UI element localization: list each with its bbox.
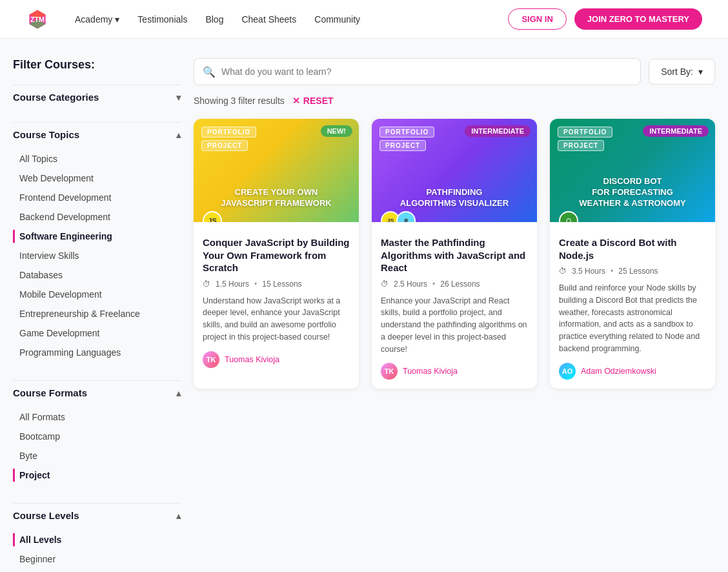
nav-actions: SIGN IN JOIN ZERO TO MASTERY <box>508 8 702 30</box>
card-desc-1: Understand how JavaScript works at a dee… <box>203 295 350 343</box>
course-topics-header[interactable]: Course Topics ▴ <box>13 122 181 147</box>
search-container: 🔍 <box>194 58 641 85</box>
card-body-1: Conquer JavaScript by Building Your Own … <box>194 222 359 377</box>
search-icon: 🔍 <box>203 66 216 78</box>
project-tag: PROJECT <box>558 140 604 151</box>
reset-button[interactable]: ✕ RESET <box>292 96 334 106</box>
author-name-2: Tuomas Kivioja <box>403 367 458 376</box>
logo[interactable]: ZTM <box>26 8 49 31</box>
card-title-overlay-3: DISCORD BOTFOR FORECASTINGWEATHER & ASTR… <box>550 176 715 209</box>
format-project[interactable]: Project <box>13 465 181 485</box>
card-author-2: TK Tuomas Kivioja <box>381 363 528 380</box>
portfolio-tag: PORTFOLIO <box>201 127 256 138</box>
course-formats-section: Course Formats ▴ All Formats Bootcamp By… <box>13 380 181 490</box>
course-topics-section: Course Topics ▴ All Topics Web Developme… <box>13 122 181 367</box>
project-tag: PROJECT <box>201 140 248 151</box>
card-desc-3: Build and reinforce your Node skills by … <box>559 282 706 355</box>
topic-entrepreneurship-freelance[interactable]: Entrepreneurship & Freelance <box>13 304 181 323</box>
card-hours-2: 2.5 Hours <box>394 280 427 289</box>
topic-web-development[interactable]: Web Development <box>13 169 181 188</box>
course-levels-header[interactable]: Course Levels ▴ <box>13 503 181 527</box>
level-all-levels[interactable]: All Levels <box>13 530 181 549</box>
topic-backend-development[interactable]: Backend Development <box>13 207 181 227</box>
nav-blog[interactable]: Blog <box>205 14 223 25</box>
chevron-up-icon: ▴ <box>176 388 181 398</box>
topics-list: All Topics Web Development Frontend Deve… <box>13 147 181 367</box>
topic-software-engineering[interactable]: Software Engineering <box>13 227 181 246</box>
card-meta-3: ⏱ 3.5 Hours • 25 Lessons <box>559 267 706 276</box>
signin-button[interactable]: SIGN IN <box>508 8 566 30</box>
main-content: 🔍 Sort By: ▾ Showing 3 filter results ✕ … <box>194 58 715 572</box>
chevron-down-icon: ▾ <box>698 66 703 77</box>
close-icon: ✕ <box>292 96 300 106</box>
topic-interview-skills[interactable]: Interview Skills <box>13 246 181 265</box>
card-hours-1: 1.5 Hours <box>216 280 249 289</box>
level-beginner[interactable]: Beginner <box>13 549 181 569</box>
nav-academy[interactable]: Academy ▾ <box>75 14 119 25</box>
format-bootcamp[interactable]: Bootcamp <box>13 427 181 446</box>
topic-all-topics[interactable]: All Topics <box>13 149 181 169</box>
course-formats-header[interactable]: Course Formats ▴ <box>13 380 181 405</box>
clock-icon: ⏱ <box>203 280 210 289</box>
page-layout: Filter Courses: Course Categories ▾ Cour… <box>0 39 728 572</box>
search-input[interactable] <box>194 58 641 85</box>
results-count: Showing 3 filter results <box>194 96 285 106</box>
card-course-title-1: Conquer JavaScript by Building Your Own … <box>203 236 350 274</box>
portfolio-tag: PORTFOLIO <box>558 127 612 138</box>
join-button[interactable]: JOIN ZERO TO MASTERY <box>574 8 702 30</box>
topic-mobile-development[interactable]: Mobile Development <box>13 285 181 304</box>
navbar: ZTM Academy ▾ Testimonials Blog Cheat Sh… <box>0 0 728 39</box>
card-title-overlay-1: CREATE YOUR OWNJAVASCRIPT FRAMEWORK <box>194 187 359 209</box>
course-categories-section: Course Categories ▾ <box>13 85 181 109</box>
topic-game-development[interactable]: Game Development <box>13 323 181 343</box>
card-meta-2: ⏱ 2.5 Hours • 26 Lessons <box>381 280 528 289</box>
level-intermediate[interactable]: Intermediate <box>13 569 181 572</box>
filter-courses-title: Filter Courses: <box>13 58 181 72</box>
search-sort-row: 🔍 Sort By: ▾ <box>194 58 715 85</box>
course-levels-label: Course Levels <box>13 510 79 521</box>
project-tag: PROJECT <box>379 140 426 151</box>
format-byte[interactable]: Byte <box>13 446 181 465</box>
nav-testimonials[interactable]: Testimonials <box>137 14 187 25</box>
card-lessons-2: 26 Lessons <box>440 280 480 289</box>
topic-programming-languages[interactable]: Programming Languages <box>13 343 181 362</box>
course-categories-label: Course Categories <box>13 92 99 103</box>
author-avatar-3: AO <box>559 363 576 380</box>
chevron-up-icon: ▴ <box>176 130 181 140</box>
tech-icon-react: ⚛ <box>396 211 416 222</box>
levels-list: All Levels Beginner Intermediate Advance… <box>13 527 181 572</box>
chevron-down-icon: ▾ <box>176 92 181 103</box>
card-badge-intermediate: INTERMEDIATE <box>465 125 531 137</box>
sidebar: Filter Courses: Course Categories ▾ Cour… <box>13 58 194 572</box>
topic-databases[interactable]: Databases <box>13 265 181 285</box>
card-body-2: Master the Pathfinding Algorithms with J… <box>372 222 537 389</box>
course-grid: PORTFOLIO PROJECT CREATE YOUR OWNJAVASCR… <box>194 119 715 389</box>
card-course-title-2: Master the Pathfinding Algorithms with J… <box>381 236 528 274</box>
sort-by-label: Sort By: <box>661 66 693 77</box>
nav-community[interactable]: Community <box>314 14 360 25</box>
chevron-down-icon: ▾ <box>115 14 119 25</box>
card-hours-3: 3.5 Hours <box>572 267 605 276</box>
formats-list: All Formats Bootcamp Byte Project <box>13 405 181 490</box>
card-badge-new: NEW! <box>321 125 352 137</box>
author-name-3: Adam Odziemkowski <box>581 367 656 376</box>
tech-icons-2: JS ⚛ <box>381 211 416 222</box>
topic-frontend-development[interactable]: Frontend Development <box>13 188 181 207</box>
card-meta-1: ⏱ 1.5 Hours • 15 Lessons <box>203 280 350 289</box>
card-body-3: Create a Discord Bot with Node.js ⏱ 3.5 … <box>550 222 715 389</box>
clock-icon: ⏱ <box>559 267 567 276</box>
course-levels-section: Course Levels ▴ All Levels Beginner Inte… <box>13 503 181 572</box>
card-course-title-3: Create a Discord Bot with Node.js <box>559 236 706 261</box>
sort-by-button[interactable]: Sort By: ▾ <box>649 59 715 85</box>
author-name-1: Tuomas Kivioja <box>225 355 279 364</box>
course-card[interactable]: PORTFOLIO PROJECT PATHFINDINGALGORITHMS … <box>372 119 537 389</box>
card-image-3: PORTFOLIO PROJECT DISCORD BOTFOR FORECAS… <box>550 119 715 222</box>
format-all-formats[interactable]: All Formats <box>13 407 181 427</box>
nav-links: Academy ▾ Testimonials Blog Cheat Sheets… <box>75 14 508 25</box>
nav-cheat-sheets[interactable]: Cheat Sheets <box>241 14 296 25</box>
course-card[interactable]: PORTFOLIO PROJECT CREATE YOUR OWNJAVASCR… <box>194 119 359 389</box>
portfolio-tag: PORTFOLIO <box>379 127 434 138</box>
card-author-3: AO Adam Odziemkowski <box>559 363 706 380</box>
course-categories-header[interactable]: Course Categories ▾ <box>13 85 181 109</box>
course-card[interactable]: PORTFOLIO PROJECT DISCORD BOTFOR FORECAS… <box>550 119 715 389</box>
